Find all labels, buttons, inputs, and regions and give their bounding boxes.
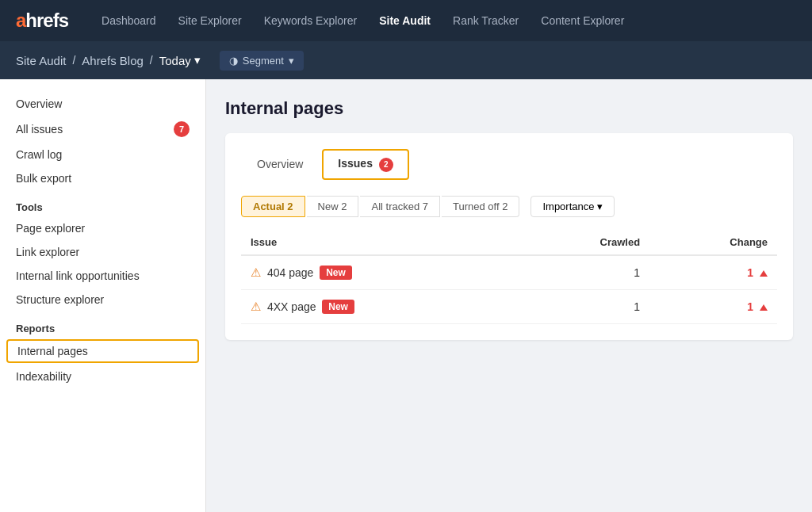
nav-site-explorer[interactable]: Site Explorer [169, 10, 251, 32]
sidebar-item-indexability[interactable]: Indexability [0, 365, 205, 388]
page-title: Internal pages [225, 98, 793, 119]
chevron-down-icon: ▾ [194, 53, 201, 67]
pie-chart-icon: ◑ [229, 55, 238, 67]
filter-row: Actual 2 New 2 All tracked 7 Turned off … [241, 196, 777, 217]
new-badge-2: New [322, 300, 354, 314]
nav-rank-tracker[interactable]: Rank Tracker [443, 10, 528, 32]
nav-content-explorer[interactable]: Content Explorer [531, 10, 634, 32]
main-card: Overview Issues 2 Actual 2 New 2 All tra… [225, 133, 793, 340]
breadcrumb-site-audit[interactable]: Site Audit [16, 54, 66, 67]
nav-site-audit[interactable]: Site Audit [370, 10, 440, 32]
breadcrumb-bar: Site Audit / Ahrefs Blog / Today ▾ ◑ Seg… [0, 41, 812, 79]
sidebar-item-crawl-log[interactable]: Crawl log [0, 143, 205, 166]
issue-name-2: ⚠ 4XX page New [241, 289, 517, 323]
filter-new[interactable]: New 2 [307, 196, 359, 217]
nav-links: Dashboard Site Explorer Keywords Explore… [92, 10, 634, 32]
sidebar-item-internal-link-opp[interactable]: Internal link opportunities [0, 264, 205, 288]
sidebar-item-page-explorer[interactable]: Page explorer [0, 216, 205, 240]
top-navigation: ahrefs Dashboard Site Explorer Keywords … [0, 0, 812, 41]
nav-dashboard[interactable]: Dashboard [92, 10, 166, 32]
breadcrumb-blog[interactable]: Ahrefs Blog [82, 54, 144, 67]
importance-dropdown[interactable]: Importance ▾ [530, 196, 615, 217]
issues-tab-badge: 2 [379, 158, 393, 172]
chevron-down-icon-importance: ▾ [597, 201, 603, 212]
sidebar-reports-header: Reports [0, 311, 205, 338]
crawled-2: 1 [517, 289, 649, 323]
issue-name-1: ⚠ 404 page New [241, 255, 517, 290]
filter-turned-off[interactable]: Turned off 2 [442, 196, 519, 217]
new-badge-1: New [320, 266, 352, 280]
tab-issues[interactable]: Issues 2 [322, 149, 408, 180]
content-area: Internal pages Overview Issues 2 Actual … [206, 79, 812, 512]
logo[interactable]: ahrefs [16, 10, 68, 32]
crawled-1: 1 [517, 255, 649, 290]
all-issues-badge: 7 [174, 121, 190, 137]
arrow-up-icon-1 [760, 270, 768, 277]
arrow-up-icon-2 [760, 304, 768, 311]
sidebar-item-structure-explorer[interactable]: Structure explorer [0, 288, 205, 311]
main-layout: Overview All issues 7 Crawl log Bulk exp… [0, 79, 812, 512]
col-change: Change [649, 230, 777, 255]
filter-all-tracked[interactable]: All tracked 7 [360, 196, 440, 217]
sidebar-item-internal-pages[interactable]: Internal pages [6, 339, 199, 363]
sidebar-item-bulk-export[interactable]: Bulk export [0, 166, 205, 190]
filter-actual[interactable]: Actual 2 [241, 196, 305, 217]
warning-icon-2: ⚠ [251, 300, 261, 314]
change-2: 1 [649, 289, 777, 323]
nav-keywords-explorer[interactable]: Keywords Explorer [255, 10, 367, 32]
breadcrumb-sep1: / [72, 54, 75, 67]
sidebar-tools-header: Tools [0, 190, 205, 216]
breadcrumb-today-dropdown[interactable]: Today ▾ [159, 53, 201, 67]
tab-overview[interactable]: Overview [241, 149, 319, 180]
col-issue: Issue [241, 230, 517, 255]
tab-row: Overview Issues 2 [241, 149, 777, 180]
chevron-down-icon-segment: ▾ [289, 55, 294, 67]
table-row[interactable]: ⚠ 404 page New 1 1 [241, 255, 777, 290]
sidebar-item-link-explorer[interactable]: Link explorer [0, 240, 205, 264]
col-crawled: Crawled [517, 230, 649, 255]
sidebar-item-all-issues[interactable]: All issues 7 [0, 116, 205, 143]
issues-table: Issue Crawled Change ⚠ 404 page New [241, 230, 777, 324]
sidebar: Overview All issues 7 Crawl log Bulk exp… [0, 79, 206, 512]
sidebar-item-overview[interactable]: Overview [0, 92, 205, 116]
table-row[interactable]: ⚠ 4XX page New 1 1 [241, 289, 777, 323]
change-1: 1 [649, 255, 777, 290]
warning-icon-1: ⚠ [251, 266, 261, 280]
breadcrumb-sep2: / [150, 54, 153, 67]
segment-button[interactable]: ◑ Segment ▾ [220, 51, 304, 71]
